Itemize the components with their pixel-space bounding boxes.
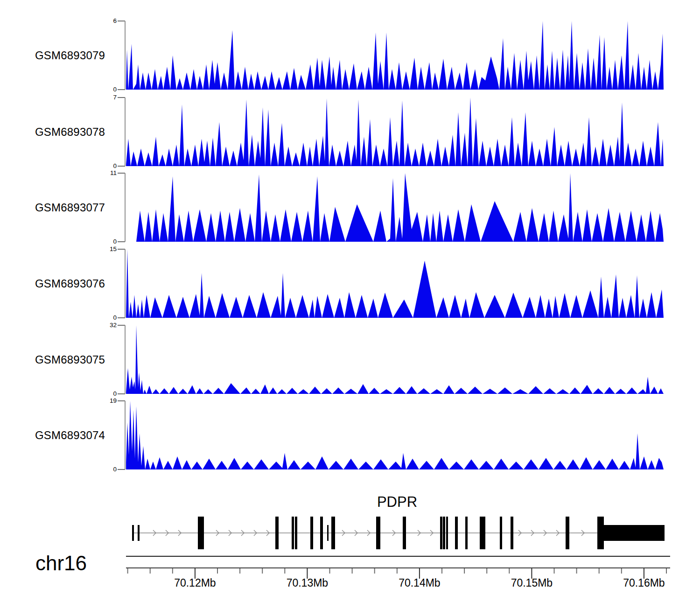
track-label: GSM6893078 [35, 126, 105, 139]
yaxis-max-label: 32 [96, 322, 117, 329]
yaxis-line [125, 173, 126, 242]
yaxis-zero-label: 0 [96, 238, 117, 245]
yaxis-zero-label: 0 [96, 315, 117, 321]
yaxis-zero-label: 0 [96, 163, 117, 169]
axis-tick-label: 70.15Mb [511, 577, 553, 589]
genome-coverage-figure: GSM6893079 6 0 GSM6893078 7 0 GSM6893077… [0, 0, 700, 616]
yaxis-top-tick [118, 21, 125, 21]
gene-name-label: PDPR [126, 494, 668, 511]
yaxis-zero-label: 0 [96, 391, 117, 397]
track-label: GSM6893074 [35, 429, 105, 442]
chromosome-label: chr16 [35, 552, 87, 575]
yaxis-zero-label: 0 [96, 466, 117, 473]
coverage-area-chart [126, 325, 664, 394]
yaxis-line [125, 98, 126, 166]
yaxis-top-tick [118, 400, 125, 401]
axis-tick-label: 70.13Mb [287, 577, 329, 589]
coverage-area-chart [126, 249, 664, 318]
yaxis-top-tick [118, 325, 125, 326]
coverage-track-row: GSM6893078 7 0 [0, 98, 700, 166]
yaxis-line [125, 325, 126, 394]
yaxis-bottom-tick [118, 89, 125, 90]
yaxis-max-label: 6 [96, 18, 117, 24]
axis-tick-label: 70.14Mb [399, 577, 441, 589]
coverage-track-row: GSM6893074 19 0 [0, 401, 700, 469]
yaxis-line [125, 21, 126, 90]
track-label: GSM6893077 [35, 201, 105, 214]
axis-tick-label: 70.16Mb [623, 577, 665, 589]
yaxis-bottom-tick [118, 469, 125, 470]
gene-model-track [126, 510, 668, 561]
track-label: GSM6893079 [35, 49, 105, 62]
yaxis-bottom-tick [118, 317, 125, 318]
yaxis-max-label: 7 [96, 94, 117, 101]
coverage-area-chart [126, 173, 664, 242]
coverage-track-row: GSM6893079 6 0 [0, 21, 700, 90]
yaxis-line [125, 249, 126, 318]
chromosome-line [126, 556, 670, 557]
yaxis-max-label: 15 [96, 246, 117, 252]
yaxis-bottom-tick [118, 393, 125, 394]
coverage-area-chart [126, 98, 664, 166]
coverage-track-row: GSM6893076 15 0 [0, 249, 700, 318]
axis-tick-label: 70.12Mb [174, 577, 216, 589]
track-label: GSM6893076 [35, 277, 105, 290]
yaxis-bottom-tick [118, 241, 125, 242]
coverage-track-row: GSM6893077 11 0 [0, 173, 700, 242]
yaxis-bottom-tick [118, 166, 125, 167]
yaxis-max-label: 19 [96, 398, 117, 404]
coverage-area-chart [126, 401, 664, 469]
coverage-area-chart [126, 21, 664, 90]
yaxis-zero-label: 0 [96, 86, 117, 93]
yaxis-top-tick [118, 249, 125, 250]
yaxis-max-label: 11 [96, 170, 117, 176]
yaxis-top-tick [118, 173, 125, 174]
track-label: GSM6893075 [35, 353, 105, 366]
yaxis-line [125, 401, 126, 469]
yaxis-top-tick [118, 97, 125, 98]
coverage-track-row: GSM6893075 32 0 [0, 325, 700, 394]
